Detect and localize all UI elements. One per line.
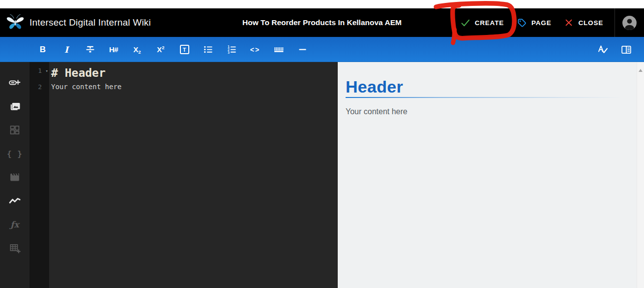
toolbar-side-by-side-button[interactable] — [615, 37, 638, 62]
toolbar-keyboard-button[interactable] — [267, 37, 291, 62]
preview-heading: Header — [346, 77, 624, 96]
tag-icon — [517, 18, 527, 28]
preview-pane: Header Your content here — [338, 62, 644, 288]
top-margin-strip — [0, 0, 644, 8]
insert-video-button[interactable] — [0, 165, 29, 189]
editor-toolbar: B I H# X2 X2 T — [0, 37, 644, 62]
chart-line-icon — [8, 194, 21, 207]
toolbar-spellcheck-button[interactable] — [591, 37, 615, 62]
toolbar-subscript-button[interactable]: X2 — [125, 37, 149, 62]
italic-icon: I — [64, 45, 68, 55]
insert-diagram-button[interactable] — [0, 189, 29, 213]
textbox-icon: T — [180, 45, 189, 54]
create-button-label: CREATE — [475, 19, 504, 27]
toolbar-numbered-list-button[interactable]: 1 2 3 — [220, 37, 243, 62]
strikethrough-icon — [85, 44, 96, 55]
scroll-up-arrow-icon[interactable] — [639, 69, 643, 72]
code-line-heading[interactable]: # Header — [51, 65, 338, 82]
side-by-side-icon — [620, 44, 632, 56]
horizontal-rule-icon — [297, 44, 308, 55]
editor-content-area: { } ƒx 1 ▾ — [0, 62, 644, 288]
curly-braces-icon: { } — [7, 149, 23, 159]
spellcheck-icon — [597, 44, 609, 56]
heading-icon: H# — [109, 45, 118, 54]
close-x-icon — [564, 18, 574, 28]
site-title: Intersect Digital Internal Wiki — [29, 17, 151, 28]
line-number: 1 ▾ — [29, 65, 49, 82]
code-tags-icon: <> — [250, 46, 260, 54]
toolbar-textbox-button[interactable]: T — [173, 37, 196, 62]
link-plus-icon — [8, 76, 21, 89]
toolbar-code-button[interactable]: <> — [243, 37, 267, 62]
toolbar-strikethrough-button[interactable] — [78, 37, 102, 62]
superscript-icon: X2 — [157, 45, 164, 54]
header-actions: CREATE PAGE CLOSE — [454, 8, 644, 37]
app-header: Intersect Digital Internal Wiki How To R… — [0, 8, 644, 37]
insert-link-button[interactable] — [0, 71, 29, 95]
insert-rail: { } ƒx — [0, 62, 29, 288]
preview-scrollbar[interactable] — [637, 62, 644, 288]
subscript-icon: X2 — [133, 45, 141, 54]
film-icon — [9, 171, 21, 183]
preview-heading-divider — [346, 97, 622, 98]
insert-block-button[interactable] — [0, 118, 29, 142]
account-button[interactable] — [621, 15, 638, 31]
numbered-list-icon: 1 2 3 — [226, 44, 237, 55]
code-area[interactable]: # Header Your content here — [49, 62, 338, 288]
account-avatar-icon — [621, 15, 638, 31]
table-plus-icon — [9, 242, 21, 255]
preview-body-text: Your content here — [346, 107, 624, 116]
insert-table-button[interactable] — [0, 236, 29, 260]
toolbar-right-group — [591, 37, 644, 62]
keyboard-icon — [273, 44, 285, 56]
line-number-gutter: 1 ▾ 2 — [29, 62, 49, 288]
close-button[interactable]: CLOSE — [557, 8, 610, 37]
bullet-list-icon — [203, 44, 214, 55]
bold-icon: B — [40, 45, 46, 55]
close-button-label: CLOSE — [578, 19, 603, 27]
image-icon — [9, 100, 21, 113]
function-icon: ƒx — [10, 220, 19, 229]
page-button-label: PAGE — [531, 19, 551, 27]
toolbar-superscript-button[interactable]: X2 — [149, 37, 173, 62]
page-properties-button[interactable]: PAGE — [510, 8, 557, 37]
insert-image-button[interactable] — [0, 95, 29, 118]
wiki-logo[interactable] — [5, 12, 25, 33]
toolbar-horizontal-rule-button[interactable] — [291, 37, 314, 62]
header-divider — [615, 8, 615, 37]
insert-math-button[interactable]: ƒx — [0, 213, 29, 236]
svg-text:3: 3 — [227, 51, 229, 55]
butterfly-logo-icon — [6, 13, 25, 32]
insert-code-block-button[interactable]: { } — [0, 142, 29, 165]
toolbar-bold-button[interactable]: B — [31, 37, 55, 62]
fold-caret-icon[interactable]: ▾ — [46, 68, 48, 73]
create-button[interactable]: CREATE — [454, 8, 510, 37]
markdown-editor[interactable]: 1 ▾ 2 # Header Your content here — [29, 62, 338, 288]
code-line-body[interactable]: Your content here — [51, 82, 338, 92]
toolbar-bullet-list-button[interactable] — [196, 37, 220, 62]
toolbar-italic-button[interactable]: I — [55, 37, 78, 62]
toolbar-format-group: B I H# X2 X2 T — [0, 37, 314, 62]
toolbar-heading-button[interactable]: H# — [102, 37, 125, 62]
blocks-icon — [9, 124, 21, 136]
line-number: 2 — [29, 82, 49, 92]
check-icon — [460, 18, 470, 28]
